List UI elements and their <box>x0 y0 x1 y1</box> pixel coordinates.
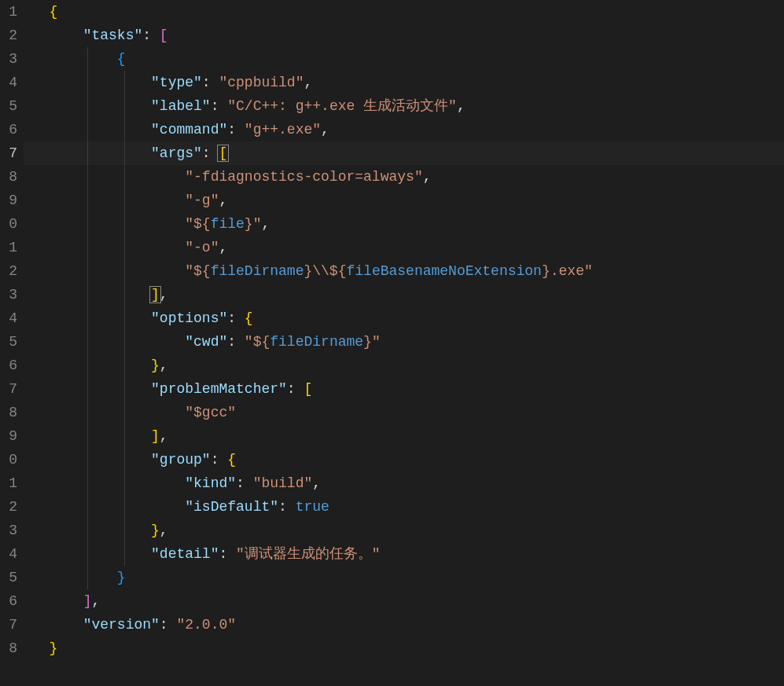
line-number: 3 <box>0 519 17 542</box>
line-number: 4 <box>0 71 17 94</box>
line-number: 1 <box>0 471 17 495</box>
code-line[interactable]: "options": { <box>24 306 784 330</box>
line-number-gutter: 1 2 3 4 5 6 7 8 9 0 1 2 3 4 5 6 7 8 9 0 … <box>0 0 24 686</box>
code-line[interactable]: "kind": "build", <box>24 471 784 495</box>
line-number: 4 <box>0 542 17 566</box>
code-line[interactable]: "tasks": [ <box>24 24 784 47</box>
code-line[interactable]: "args": [ <box>24 141 784 165</box>
line-number: 5 <box>0 330 17 354</box>
code-editor[interactable]: 1 2 3 4 5 6 7 8 9 0 1 2 3 4 5 6 7 8 9 0 … <box>0 0 784 686</box>
code-line[interactable]: "${file}", <box>24 212 784 236</box>
code-line[interactable]: "-o", <box>24 236 784 259</box>
code-line[interactable]: ], <box>24 424 784 448</box>
code-line[interactable]: ], <box>24 283 784 306</box>
code-line[interactable]: "version": "2.0.0" <box>24 613 784 636</box>
line-number: 1 <box>0 236 17 259</box>
code-line[interactable]: { <box>24 0 784 24</box>
line-number: 1 <box>0 0 17 24</box>
line-number: 8 <box>0 401 17 424</box>
code-line[interactable]: "${fileDirname}\\${fileBasenameNoExtensi… <box>24 259 784 283</box>
code-line[interactable]: "$gcc" <box>24 401 784 424</box>
line-number: 7 <box>0 377 17 401</box>
line-number: 3 <box>0 283 17 306</box>
code-line[interactable]: "problemMatcher": [ <box>24 377 784 401</box>
code-line[interactable]: "label": "C/C++: g++.exe 生成活动文件", <box>24 94 784 118</box>
line-number: 7 <box>0 613 17 636</box>
code-line[interactable]: "isDefault": true <box>24 495 784 519</box>
line-number: 7 <box>0 141 17 165</box>
line-number: 5 <box>0 94 17 118</box>
line-number: 8 <box>0 165 17 189</box>
code-line[interactable]: } <box>24 566 784 589</box>
line-number: 9 <box>0 189 17 212</box>
line-number: 0 <box>0 212 17 236</box>
code-line[interactable]: "cwd": "${fileDirname}" <box>24 330 784 354</box>
code-line[interactable]: "command": "g++.exe", <box>24 118 784 141</box>
line-number: 3 <box>0 47 17 71</box>
line-number: 4 <box>0 306 17 330</box>
line-number: 8 <box>0 636 17 660</box>
line-number: 5 <box>0 566 17 589</box>
code-line[interactable]: }, <box>24 519 784 542</box>
line-number: 2 <box>0 259 17 283</box>
code-line[interactable]: "type": "cppbuild", <box>24 71 784 94</box>
line-number: 2 <box>0 495 17 519</box>
code-line[interactable]: "detail": "调试器生成的任务。" <box>24 542 784 566</box>
line-number: 2 <box>0 24 17 47</box>
line-number: 6 <box>0 354 17 377</box>
code-line[interactable]: }, <box>24 354 784 377</box>
code-area[interactable]: { "tasks": [ { "type": "cppbuild", "labe… <box>24 0 784 686</box>
code-line[interactable]: { <box>24 47 784 71</box>
code-line[interactable]: "-fdiagnostics-color=always", <box>24 165 784 189</box>
line-number: 6 <box>0 589 17 613</box>
line-number: 0 <box>0 448 17 471</box>
code-line[interactable]: "-g", <box>24 189 784 212</box>
code-line[interactable]: } <box>24 636 784 660</box>
line-number: 6 <box>0 118 17 141</box>
line-number: 9 <box>0 424 17 448</box>
code-line[interactable]: "group": { <box>24 448 784 471</box>
code-line[interactable]: ], <box>24 589 784 613</box>
